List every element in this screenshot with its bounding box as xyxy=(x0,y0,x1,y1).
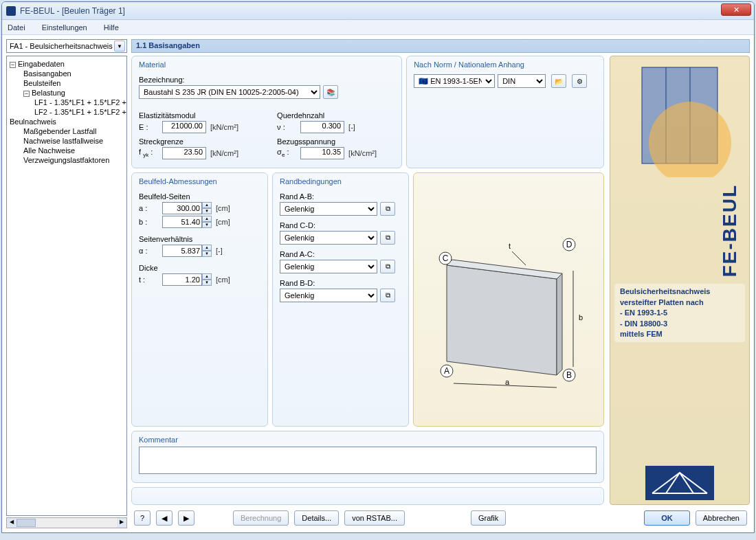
menu-settings[interactable]: Einstellungen xyxy=(39,22,90,33)
material-header: Material xyxy=(139,60,394,71)
fyk-value: 23.50 xyxy=(162,147,206,159)
rand-ab-button[interactable]: ⧉ xyxy=(380,202,395,216)
window-title: FE-BEUL - [Beulen Träger 1] xyxy=(20,6,125,16)
next-button[interactable]: ▶ xyxy=(178,510,194,526)
menubar: Datei Einstellungen Hilfe xyxy=(2,20,754,35)
tree-lf1[interactable]: LF1 - 1.35*LF1 + 1.5*LF2 + xyxy=(8,98,125,107)
norm-annex-select[interactable]: DIN xyxy=(498,74,546,88)
menu-help[interactable]: Hilfe xyxy=(101,22,122,33)
svg-text:D: D xyxy=(566,240,572,249)
case-selector[interactable]: FA1 - Beulsicherheitsnachweis ▼ xyxy=(6,39,127,53)
alpha-input[interactable]: ▲▼ xyxy=(162,245,212,257)
ok-button[interactable]: OK xyxy=(644,510,690,526)
tree-basisangaben[interactable]: Basisangaben xyxy=(8,69,125,78)
cancel-button[interactable]: Abbrechen xyxy=(696,510,747,526)
norm-panel: Nach Norm / Nationalem Anhang 🇪🇺 EN 1993… xyxy=(406,56,604,168)
rand-cd-button[interactable]: ⧉ xyxy=(380,231,395,245)
comment-textarea[interactable] xyxy=(139,447,597,474)
tree-belastung[interactable]: −Belastung xyxy=(8,88,125,98)
svg-marker-2 xyxy=(557,273,562,375)
rand-bd-select[interactable]: Gelenkig xyxy=(280,289,377,302)
svg-text:t: t xyxy=(509,242,511,250)
nu-value: 0.300 xyxy=(300,121,344,133)
help-button[interactable]: ? xyxy=(134,510,151,526)
comment-panel: Kommentar xyxy=(131,431,604,483)
emod-value: 21000.00 xyxy=(162,121,206,133)
details-button[interactable]: Details... xyxy=(294,510,339,526)
material-panel: Material Bezeichnung: Baustahl S 235 JR … xyxy=(131,56,402,168)
rstab-button[interactable]: von RSTAB... xyxy=(344,510,405,526)
svg-text:A: A xyxy=(444,366,449,376)
norm-header: Nach Norm / Nationalem Anhang xyxy=(414,60,597,71)
footer-toolbar: ? ◀ ▶ Berechnung Details... von RSTAB...… xyxy=(131,508,750,528)
tree-root-nachweis[interactable]: Beulnachweis xyxy=(8,117,125,126)
tree-root-input[interactable]: −Eingabedaten xyxy=(8,59,125,69)
empty-panel xyxy=(131,487,604,505)
a-input[interactable]: ▲▼ xyxy=(162,202,212,214)
rand-bd-button[interactable]: ⧉ xyxy=(380,289,395,302)
streck-label: Streckgrenze xyxy=(139,137,256,146)
t-input[interactable]: ▲▼ xyxy=(162,273,212,286)
norm-code-select[interactable]: 🇪🇺 EN 1993-1-5EN 1993-1-5 xyxy=(414,74,495,88)
product-description: Beulsicherheitsnachweis versteifter Plat… xyxy=(614,284,745,342)
dimensions-panel: Beulfeld-Abmessungen Beulfeld-Seiten a :… xyxy=(131,172,268,427)
rand-ac-button[interactable]: ⧉ xyxy=(380,260,395,273)
branding-panel: FE-BEUL Beulsicherheitsnachweis versteif… xyxy=(610,56,750,505)
svg-text:B: B xyxy=(566,370,572,380)
prev-button[interactable]: ◀ xyxy=(156,510,173,526)
bezeichnung-label: Bezeichnung: xyxy=(139,76,394,84)
app-icon xyxy=(6,6,16,16)
calc-button[interactable]: Berechnung xyxy=(233,510,289,526)
tree-beulsteifen[interactable]: Beulsteifen xyxy=(8,78,125,88)
svg-line-15 xyxy=(512,251,526,265)
dim-header: Beulfeld-Abmessungen xyxy=(139,177,260,188)
menu-file[interactable]: Datei xyxy=(5,22,28,33)
tree-lf2[interactable]: LF2 - 1.35*LF1 + 1.5*LF2 + xyxy=(8,107,125,117)
chevron-down-icon: ▼ xyxy=(114,41,125,52)
case-selector-value: FA1 - Beulsicherheitsnachweis xyxy=(10,42,113,50)
norm-open-button[interactable]: 📂 xyxy=(551,74,566,88)
rand-ab-select[interactable]: Gelenkig xyxy=(280,202,377,216)
emod-label: Elastizitätsmodul xyxy=(139,111,256,120)
hero-graphic xyxy=(628,60,731,177)
norm-settings-button[interactable]: ⚙ xyxy=(572,74,587,88)
rand-cd-select[interactable]: Gelenkig xyxy=(280,231,377,245)
grafik-button[interactable]: Grafik xyxy=(471,510,506,526)
rand-ac-select[interactable]: Gelenkig xyxy=(280,260,377,273)
svg-text:a: a xyxy=(505,378,510,386)
boundary-panel: Randbedingungen Rand A-B:Gelenkig⧉ Rand … xyxy=(272,172,409,427)
page-title: 1.1 Basisangaben xyxy=(131,39,750,53)
titlebar: FE-BEUL - [Beulen Träger 1] ✕ xyxy=(2,2,754,20)
product-name: FE-BEUL xyxy=(719,184,741,277)
quer-label: Querdehnzahl xyxy=(277,111,394,120)
rand-header: Randbedingungen xyxy=(280,177,401,188)
material-select[interactable]: Baustahl S 235 JR (DIN EN 10025-2:2005-0… xyxy=(139,85,320,99)
tree-verzweigung[interactable]: Verzweigungslastfaktoren xyxy=(8,155,125,165)
b-input[interactable]: ▲▼ xyxy=(162,216,212,228)
close-button[interactable]: ✕ xyxy=(721,3,751,16)
company-logo xyxy=(645,466,714,500)
bezug-label: Bezugsspannung xyxy=(277,137,394,146)
comment-header: Kommentar xyxy=(139,436,597,447)
tree-hscrollbar[interactable]: ◀▶ xyxy=(6,517,127,528)
tree-alle[interactable]: Alle Nachweise xyxy=(8,146,125,155)
material-library-button[interactable]: 📚 xyxy=(323,85,338,99)
plate-diagram: A B C D a b t xyxy=(413,172,604,427)
sigma-e-value: 10.35 xyxy=(300,147,344,159)
tree-massgebend[interactable]: Maßgebender Lastfall xyxy=(8,126,125,136)
nav-tree[interactable]: −Eingabedaten Basisangaben Beulsteifen −… xyxy=(6,56,127,516)
svg-text:b: b xyxy=(579,313,583,322)
tree-lastfallweise[interactable]: Nachweise lastfallweise xyxy=(8,136,125,146)
svg-marker-0 xyxy=(447,265,557,375)
svg-text:C: C xyxy=(443,254,449,263)
